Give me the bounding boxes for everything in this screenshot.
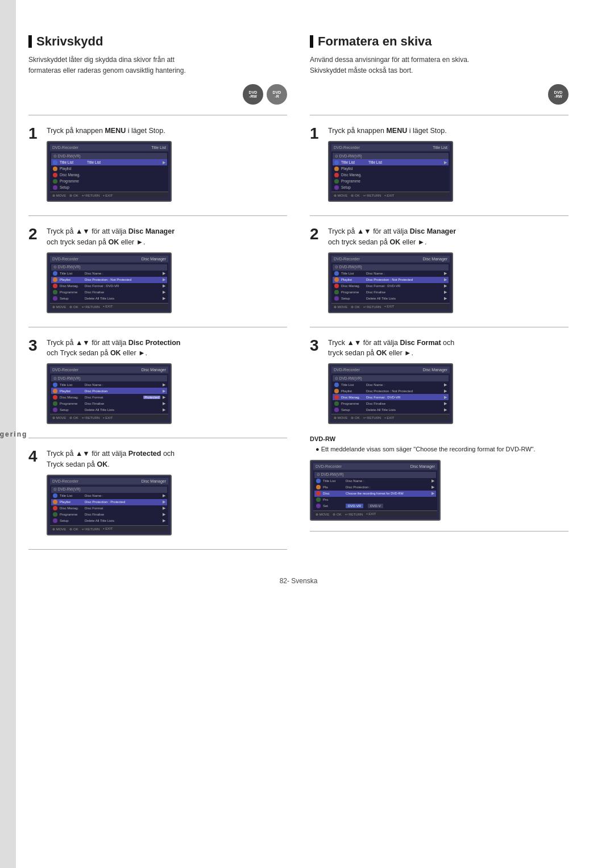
screen-row: Programme Disc Finalise ▶ <box>51 289 167 296</box>
screen-row: Setup Delete All Title Lists ▶ <box>333 406 449 413</box>
screen-row: Playlist Disc Protection : Not Protected… <box>333 388 449 394</box>
right-step-2-text: Tryck på ▲▼ för att välja Disc Manageroc… <box>328 226 569 248</box>
right-step-1-number: 1 <box>310 126 321 142</box>
left-step-1-screen: DVD-Recorder Title List ⊙ DVD-RW(VR) Tit… <box>47 141 172 202</box>
screen-row: Disc Manag. <box>51 172 167 178</box>
right-step-2: 2 Tryck på ▲▼ för att välja Disc Manager… <box>310 226 569 317</box>
left-step-4-content: Tryck på ▲▼ för att välja Protected ochT… <box>47 448 287 539</box>
right-step-3: 3 Tryck ▲▼ för att välja Disc Format och… <box>310 338 569 428</box>
screen-row: Title List Title List ▶ <box>51 159 167 165</box>
right-dvd-badges: DVD-RW <box>310 84 569 105</box>
right-step-2-content: Tryck på ▲▼ för att välja Disc Manageroc… <box>328 226 569 317</box>
screen-row: Programme <box>333 178 449 184</box>
icon <box>53 173 57 177</box>
left-step-1-content: Tryck på knappen MENU i läget Stop. DVD-… <box>47 126 287 205</box>
left-step-3-screen: DVD-Recorder Disc Manager ⊙ DVD-RW(VR) T… <box>47 363 172 424</box>
screen-row: Title List Disc Name : ▶ <box>314 478 436 484</box>
screen-row: Playlist Disc Protection ▶ <box>51 388 167 394</box>
left-section-title: Skrivskydd <box>28 34 287 49</box>
right-step-1-content: Tryck på knappen MENU i läget Stop. DVD-… <box>328 126 569 205</box>
screen-row: Title List Disc Name : ▶ <box>333 381 449 388</box>
left-step-4-text: Tryck på ▲▼ för att välja Protected ochT… <box>47 448 287 470</box>
left-step-4-screen: DVD-Recorder Disc Manager ⊙ DVD-RW(VR) T… <box>47 475 172 535</box>
right-step-2-screen: DVD-Recorder Disc Manager ⊙ DVD-RW(VR) T… <box>328 252 453 313</box>
screen-row: Setup <box>51 184 167 190</box>
left-step-4: 4 Tryck på ▲▼ för att välja Protected oc… <box>28 448 287 539</box>
left-step-3-text: Tryck på ▲▼ för att välja Disc Protectio… <box>47 338 287 359</box>
screen-row: Playlist Disc Protection : Protected ▶ <box>51 499 167 505</box>
screen-row: Setup <box>333 184 449 190</box>
screen-header-right: Title List <box>151 146 166 149</box>
screen-row: Setup Delete All Title Lists ▶ <box>333 296 449 302</box>
screen-row: Setup Delete All Title Lists ▶ <box>51 518 167 524</box>
right-section-title: Formatera en skiva <box>310 34 569 49</box>
left-step-1: 1 Tryck på knappen MENU i läget Stop. DV… <box>28 126 287 205</box>
right-section-desc: Använd dessa anvisningar för att formate… <box>310 55 569 76</box>
screen-row: Programme Disc Finalise ▶ <box>333 400 449 406</box>
right-step-3-content: Tryck ▲▼ för att välja Disc Format ochtr… <box>328 338 569 428</box>
dvd-rw-badge: DVD-RW <box>243 84 263 105</box>
icon <box>53 185 57 190</box>
screen-row: Programme Disc Finalise ▶ <box>51 512 167 518</box>
screen-header-left: DVD-Recorder <box>52 146 78 149</box>
left-step-4-number: 4 <box>28 448 40 464</box>
left-section: Skrivskydd Skrivskyddet låter dig skydda… <box>28 34 287 560</box>
screen-row: Title List Disc Name : ▶ <box>51 493 167 499</box>
dvd-rw-note: Ett meddelande visas som säger "Choose t… <box>316 445 569 454</box>
left-step-2-content: Tryck på ▲▼ för att välja Disc Manageroc… <box>47 226 287 317</box>
dvd-r-badge: DVD-R <box>267 84 287 105</box>
screen-row: Title List Disc Name : ▶ <box>51 271 167 277</box>
screen-row: Playlist Disc Protection : Not Protected… <box>51 277 167 283</box>
dvd-rw-format-screen-container: DVD-Recorder Disc Manager ⊙ DVD-RW(VR) T… <box>310 460 569 521</box>
screen-row: Setup Delete All Title Lists ▶ <box>51 406 167 413</box>
screen-row: Disc Choose the recording format for DVD… <box>314 491 436 497</box>
left-step-1-number: 1 <box>28 126 40 142</box>
left-dvd-icons: DVD-RW DVD-R <box>28 84 287 105</box>
screen-row: Programme Disc Finalise ▶ <box>333 289 449 296</box>
screen-row: Disc Manag. Disc Format : DVD-VR ▶ <box>333 394 449 400</box>
screen-row: Disc Manag. Disc Format Protected ▶ <box>51 394 167 400</box>
screen-row: Set DVD-VR DVD-V <box>314 503 436 509</box>
screen-row: Pla Disc Protection : ▶ <box>314 484 436 491</box>
icon <box>53 167 57 171</box>
screen-row: Disc Manag. Disc Format : DVD-VR ▶ <box>51 283 167 289</box>
screen-row: Playlist <box>333 165 449 172</box>
left-step-2: 2 Tryck på ▲▼ för att välja Disc Manager… <box>28 226 287 317</box>
screen-row: Title List Title List ▶ <box>333 159 449 165</box>
left-step-2-text: Tryck på ▲▼ för att välja Disc Manageroc… <box>47 226 287 248</box>
right-step-1-screen: DVD-Recorder Title List ⊙ DVD-RW(VR) Tit… <box>328 141 453 202</box>
screen-row: Title List Disc Name : ▶ <box>51 381 167 388</box>
right-step-2-number: 2 <box>310 226 321 242</box>
dvd-rw-section-label: DVD-RW <box>310 435 569 442</box>
left-step-1-text: Tryck på knappen MENU i läget Stop. <box>47 126 287 136</box>
dvd-rw-only-badge: DVD-RW <box>548 84 569 105</box>
screen-row: Disc Manag. Disc Format ▶ <box>51 505 167 512</box>
left-step-3: 3 Tryck på ▲▼ för att välja Disc Protect… <box>28 338 287 428</box>
screen-row: Setup Delete All Title Lists ▶ <box>51 296 167 302</box>
screen-row: Disc Manag. <box>333 172 449 178</box>
left-step-2-screen: DVD-Recorder Disc Manager ⊙ DVD-RW(VR) T… <box>47 252 172 313</box>
screen-row: Programme <box>51 178 167 184</box>
right-step-3-screen: DVD-Recorder Disc Manager ⊙ DVD-RW(VR) T… <box>328 363 453 424</box>
screen-row: Pro <box>314 497 436 503</box>
right-step-3-number: 3 <box>310 338 321 354</box>
left-step-3-number: 3 <box>28 338 40 354</box>
right-section: Formatera en skiva Använd dessa anvisnin… <box>310 34 569 560</box>
right-step-1: 1 Tryck på knappen MENU i läget Stop. DV… <box>310 126 569 205</box>
right-step-1-text: Tryck på knappen MENU i läget Stop. <box>328 126 569 136</box>
screen-row: Playlist <box>51 165 167 172</box>
left-section-desc: Skrivskyddet låter dig skydda dina skivo… <box>28 55 287 76</box>
page-number: 82- Svenska <box>28 577 569 585</box>
icon <box>53 160 57 165</box>
dvd-rw-format-screen: DVD-Recorder Disc Manager ⊙ DVD-RW(VR) T… <box>310 460 441 521</box>
left-step-2-number: 2 <box>28 226 40 242</box>
screen-row: Programme Disc Finalise ▶ <box>51 400 167 406</box>
left-step-3-content: Tryck på ▲▼ för att välja Disc Protectio… <box>47 338 287 428</box>
screen-row: Playlist Disc Protection : Not Protected… <box>333 277 449 283</box>
icon <box>53 179 57 184</box>
screen-row: Disc Manag. Disc Format : DVD-VR ▶ <box>333 283 449 289</box>
right-step-3-text: Tryck ▲▼ för att välja Disc Format ochtr… <box>328 338 569 359</box>
screen-row: Title List Disc Name : ▶ <box>333 271 449 277</box>
